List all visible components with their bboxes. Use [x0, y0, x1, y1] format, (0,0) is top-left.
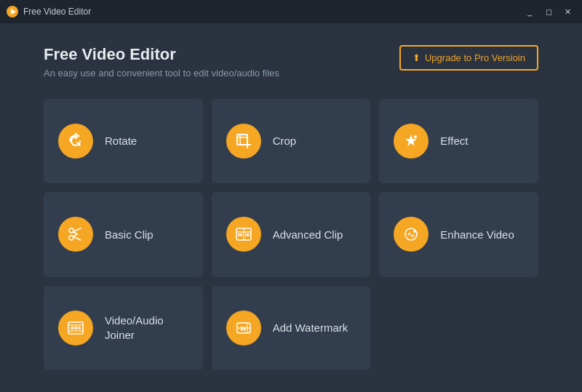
svg-rect-26	[71, 327, 73, 329]
crop-label: Crop	[273, 134, 297, 148]
svg-rect-19	[238, 233, 242, 236]
enhance-video-label: Enhance Video	[440, 228, 514, 242]
svg-line-13	[73, 237, 81, 241]
app-title: Free Video Editor	[23, 7, 521, 17]
add-watermark-label: Add Watermark	[273, 321, 348, 335]
tool-effect[interactable]: Effect	[379, 99, 538, 183]
header: Free Video Editor An easy use and conven…	[44, 45, 538, 79]
tool-advanced-clip[interactable]: Advanced Clip	[212, 192, 371, 276]
tool-basic-clip[interactable]: Basic Clip	[44, 192, 203, 276]
minimize-button[interactable]: ⎯	[521, 4, 538, 19]
crop-icon	[226, 124, 261, 159]
svg-line-12	[73, 228, 81, 232]
upgrade-icon: ⬆	[412, 52, 420, 63]
svg-line-15	[73, 234, 78, 237]
effect-label: Effect	[440, 134, 468, 148]
page-title: Free Video Editor	[44, 45, 279, 64]
basic-clip-icon	[58, 217, 93, 252]
main-content: Free Video Editor An easy use and conven…	[0, 23, 582, 392]
advanced-clip-label: Advanced Clip	[273, 228, 343, 242]
upgrade-label: Upgrade to Pro Versioin	[425, 52, 525, 63]
basic-clip-label: Basic Clip	[105, 228, 154, 242]
rotate-label: Rotate	[105, 134, 137, 148]
svg-point-22	[413, 230, 416, 233]
header-left: Free Video Editor An easy use and conven…	[44, 45, 279, 79]
tool-rotate[interactable]: Rotate	[44, 99, 203, 183]
tool-video-audio-joiner[interactable]: Video/Audio Joiner	[44, 286, 203, 370]
maximize-button[interactable]: ◻	[540, 4, 557, 19]
enhance-video-icon	[394, 217, 428, 252]
svg-rect-3	[237, 135, 247, 145]
svg-rect-28	[78, 327, 81, 329]
window-controls: ⎯ ◻ ✕	[521, 4, 576, 19]
tool-add-watermark[interactable]: W Add Watermark	[212, 286, 371, 370]
tools-grid: Rotate Crop Effect	[44, 99, 538, 370]
advanced-clip-icon	[226, 217, 261, 252]
effect-icon	[394, 124, 428, 159]
video-audio-joiner-icon	[58, 311, 93, 345]
svg-rect-20	[245, 233, 250, 236]
rotate-icon	[58, 124, 93, 159]
tool-crop[interactable]: Crop	[212, 99, 371, 183]
tool-enhance-video[interactable]: Enhance Video	[379, 192, 538, 276]
video-audio-joiner-label: Video/Audio Joiner	[105, 313, 188, 342]
svg-text:W: W	[240, 325, 247, 332]
page-subtitle: An easy use and convenient tool to edit …	[44, 68, 279, 79]
svg-point-9	[414, 135, 417, 138]
title-bar: Free Video Editor ⎯ ◻ ✕	[0, 0, 582, 23]
svg-line-14	[73, 232, 78, 235]
upgrade-button[interactable]: ⬆ Upgrade to Pro Versioin	[399, 45, 538, 71]
app-logo	[6, 5, 19, 18]
close-button[interactable]: ✕	[559, 4, 576, 19]
svg-rect-27	[74, 327, 77, 329]
add-watermark-icon: W	[226, 311, 261, 345]
